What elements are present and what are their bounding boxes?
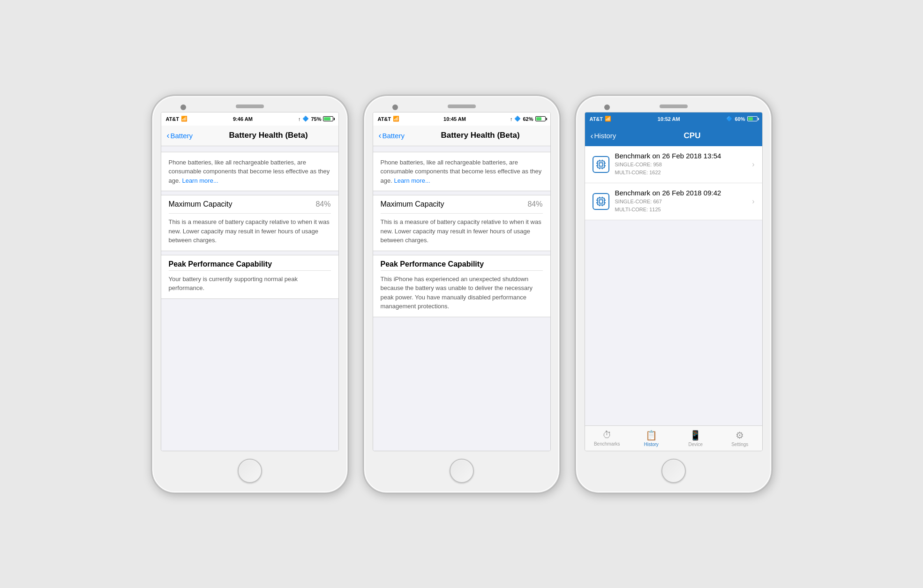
time-3: 10:52 AM xyxy=(658,116,680,122)
single-core-label-1: SINGLE-CORE: xyxy=(615,162,652,167)
location-icon-1: ↑ xyxy=(298,116,301,122)
learn-more-2[interactable]: Learn more... xyxy=(394,177,430,184)
multi-core-label-1: MULTI-CORE: xyxy=(615,170,648,175)
cpu-icon-2 xyxy=(593,193,609,210)
cpu-icon-1 xyxy=(593,156,609,173)
screen-1: AT&T 📶 9:46 AM ↑ 🔷 75% ‹ Battery Battery… xyxy=(161,112,339,451)
learn-more-1[interactable]: Learn more... xyxy=(182,177,218,184)
capacity-value-1: 84% xyxy=(315,200,330,208)
phone-bottom-2 xyxy=(364,451,559,492)
capacity-label-2: Maximum Capacity xyxy=(381,200,444,208)
screen-2: AT&T 📶 10:45 AM ↑ 🔷 62% ‹ Battery Batter… xyxy=(373,112,551,451)
multi-core-label-2: MULTI-CORE: xyxy=(615,207,648,212)
svg-rect-1 xyxy=(599,163,602,166)
tab-history[interactable]: 📋 History xyxy=(629,430,674,447)
multi-core-val-2: 1125 xyxy=(649,207,660,212)
wifi-icon-3: 📶 xyxy=(605,116,611,122)
phone-bottom-1 xyxy=(152,451,347,492)
device-icon: 📱 xyxy=(690,430,701,441)
screen-3: AT&T 📶 10:52 AM 🔷 60% ‹ History CPU xyxy=(585,112,763,451)
nav-title-3: CPU xyxy=(591,131,763,141)
battery-pct-2: 62% xyxy=(523,116,533,122)
status-right-3: 🔷 60% xyxy=(726,116,757,122)
single-core-val-1: 958 xyxy=(653,162,661,167)
bench-title-1: Benchmark on 26 Feb 2018 13:54 xyxy=(615,152,747,160)
bench-title-2: Benchmark on 26 Feb 2018 09:42 xyxy=(615,189,747,197)
phone-top-1 xyxy=(152,104,347,108)
tab-benchmarks-label: Benchmarks xyxy=(594,441,620,447)
nav-bar-3: ‹ History CPU xyxy=(585,126,762,146)
tab-settings[interactable]: ⚙ Settings xyxy=(718,430,762,447)
svg-rect-10 xyxy=(597,198,604,205)
tab-history-label: History xyxy=(644,442,659,447)
info-text-2: Phone batteries, like all rechargeable b… xyxy=(381,159,542,184)
phone-2: AT&T 📶 10:45 AM ↑ 🔷 62% ‹ Battery Batter… xyxy=(363,95,560,493)
home-button-2[interactable] xyxy=(450,459,474,483)
perf-desc-1: Your battery is currently supporting nor… xyxy=(161,271,338,298)
performance-section-1: Peak Performance Capability Your battery… xyxy=(161,255,338,299)
svg-rect-11 xyxy=(599,200,602,203)
home-button-1[interactable] xyxy=(238,459,262,483)
bench-sub-1: SINGLE-CORE: 958 MULTI-CORE: 1622 xyxy=(615,161,747,177)
capacity-section-2: Maximum Capacity 84% This is a measure o… xyxy=(373,195,550,251)
bluetooth-icon-1: 🔷 xyxy=(302,116,309,122)
phone-top-3 xyxy=(576,104,771,108)
camera-dot-3 xyxy=(604,104,610,110)
bench-item-2[interactable]: Benchmark on 26 Feb 2018 09:42 SINGLE-CO… xyxy=(585,183,762,220)
info-section-2: Phone batteries, like all rechargeable b… xyxy=(373,152,550,192)
battery-icon-2 xyxy=(535,116,546,121)
bench-item-1[interactable]: Benchmark on 26 Feb 2018 13:54 SINGLE-CO… xyxy=(585,146,762,183)
wifi-icon-1: 📶 xyxy=(181,116,188,122)
battery-fill-1 xyxy=(324,117,330,120)
chevron-2: › xyxy=(752,197,754,206)
phone-1: AT&T 📶 9:46 AM ↑ 🔷 75% ‹ Battery Battery… xyxy=(151,95,348,493)
nav-title-2: Battery Health (Beta) xyxy=(379,131,551,140)
capacity-label-1: Maximum Capacity xyxy=(169,200,233,208)
phone-bottom-3 xyxy=(576,451,771,492)
capacity-value-2: 84% xyxy=(527,200,542,208)
time-2: 10:45 AM xyxy=(443,116,466,122)
battery-pct-3: 60% xyxy=(735,116,745,122)
battery-fill-2 xyxy=(536,117,541,120)
loc-icon-2: ↑ xyxy=(510,116,513,122)
bt-icon-3: 🔷 xyxy=(726,116,733,122)
bench-info-2: Benchmark on 26 Feb 2018 09:42 SINGLE-CO… xyxy=(615,189,747,214)
perf-desc-2: This iPhone has experienced an unexpecte… xyxy=(373,271,550,317)
status-left-3: AT&T 📶 xyxy=(590,116,612,122)
status-bar-3: AT&T 📶 10:52 AM 🔷 60% xyxy=(585,112,762,126)
bench-sub-2: SINGLE-CORE: 667 MULTI-CORE: 1125 xyxy=(615,198,747,214)
perf-title-1: Peak Performance Capability xyxy=(161,255,338,270)
phone-3: AT&T 📶 10:52 AM 🔷 60% ‹ History CPU xyxy=(575,95,772,493)
performance-section-2: Peak Performance Capability This iPhone … xyxy=(373,255,550,317)
status-bar-1: AT&T 📶 9:46 AM ↑ 🔷 75% xyxy=(161,112,338,126)
bt-icon-2: 🔷 xyxy=(514,116,521,122)
content-1: Phone batteries, like all rechargeable b… xyxy=(161,146,338,451)
wifi-icon-2: 📶 xyxy=(393,116,399,122)
info-section-1: Phone batteries, like all rechargeable b… xyxy=(161,152,338,192)
capacity-row-2: Maximum Capacity 84% xyxy=(373,195,550,213)
history-icon: 📋 xyxy=(645,430,657,441)
home-button-3[interactable] xyxy=(661,459,686,483)
camera-dot-1 xyxy=(180,104,186,110)
chevron-1: › xyxy=(752,160,754,169)
nav-bar-2: ‹ Battery Battery Health (Beta) xyxy=(373,126,550,146)
carrier-1: AT&T xyxy=(166,116,180,122)
speaker-1 xyxy=(236,104,264,108)
tab-settings-label: Settings xyxy=(731,442,748,447)
perf-title-2: Peak Performance Capability xyxy=(373,255,550,270)
capacity-section-1: Maximum Capacity 84% This is a measure o… xyxy=(161,195,338,251)
tab-device[interactable]: 📱 Device xyxy=(674,430,718,447)
benchmark-list: Benchmark on 26 Feb 2018 13:54 SINGLE-CO… xyxy=(585,146,762,425)
tab-bar-3: ⏱ Benchmarks 📋 History 📱 Device ⚙ Settin… xyxy=(585,425,762,451)
tab-benchmarks[interactable]: ⏱ Benchmarks xyxy=(585,430,630,447)
status-right-2: ↑ 🔷 62% xyxy=(510,116,546,122)
status-left-1: AT&T 📶 xyxy=(166,116,188,122)
battery-pct-1: 75% xyxy=(311,116,321,122)
time-1: 9:46 AM xyxy=(233,116,253,122)
nav-bar-1: ‹ Battery Battery Health (Beta) xyxy=(161,126,338,146)
capacity-desc-1: This is a measure of battery capacity re… xyxy=(161,214,338,251)
svg-rect-0 xyxy=(597,161,604,168)
battery-icon-3 xyxy=(747,116,758,121)
content-2: Phone batteries, like all rechargeable b… xyxy=(373,146,550,451)
single-core-label-2: SINGLE-CORE: xyxy=(615,199,652,204)
